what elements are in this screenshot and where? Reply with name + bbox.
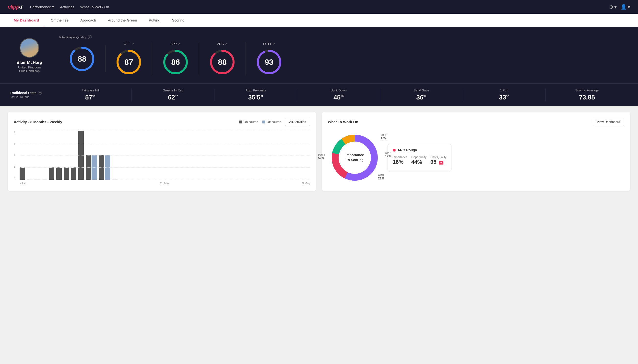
nav-activities[interactable]: Activities: [60, 5, 74, 9]
work-on-card: What To Work On View Dashboard: [322, 112, 630, 191]
bar-group-12: [112, 179, 118, 180]
plus-icon: ⊕: [609, 4, 613, 10]
donut-area: Importance To Scoring OTT 10% APP 12% AR…: [328, 131, 382, 184]
score-ott: OTT ↗ 87: [106, 42, 152, 76]
logo[interactable]: clippd: [8, 4, 22, 10]
nav-links: Performance ▾ Activities What To Work On: [30, 5, 601, 9]
legend-on-course: On course: [239, 120, 258, 124]
ott-segment-label: OTT 10%: [381, 134, 387, 140]
all-activities-button[interactable]: All Activities: [285, 118, 310, 126]
arg-arrow-icon: ↗: [225, 42, 228, 46]
tab-bar: My Dashboard Off the Tee Approach Around…: [0, 14, 638, 28]
stat-1-putt: 1 Putt 33%: [463, 88, 546, 101]
donut-chart-wrapper: Importance To Scoring OTT 10% APP 12% AR…: [328, 131, 382, 184]
hero-section: Blair McHarg United Kingdom Plus Handica…: [0, 28, 638, 83]
score-circles: 88 OTT ↗ 87: [59, 42, 628, 76]
bar-off-course: [105, 155, 110, 180]
info-card-title: ARG Rough: [393, 148, 446, 152]
ott-label: OTT ↗: [124, 42, 134, 46]
tab-scoring[interactable]: Scoring: [166, 14, 190, 28]
bar-group-7: [64, 168, 69, 180]
activity-card: Activity - 3 Months - Weekly On course O…: [8, 112, 316, 191]
bars-container: [20, 131, 310, 180]
tab-my-dashboard[interactable]: My Dashboard: [8, 14, 45, 28]
bar-empty: [27, 179, 32, 180]
metric-shot-quality: Shot Quality 95 ▼: [431, 156, 446, 165]
bar-off-course: [92, 155, 97, 180]
legend-off-course: Off course: [262, 120, 281, 124]
top-nav: clippd Performance ▾ Activities What To …: [0, 0, 638, 14]
nav-performance[interactable]: Performance ▾: [30, 5, 54, 9]
stat-app-proximity: App. Proximity 35'5": [215, 88, 297, 101]
stat-greens-in-reg: Greens In Reg 62%: [132, 88, 215, 101]
tab-off-the-tee[interactable]: Off the Tee: [45, 14, 74, 28]
stats-label-group: Traditional Stats ? Last 20 rounds: [10, 91, 49, 99]
putt-label: PUTT ↗: [263, 42, 275, 46]
bottom-section: Activity - 3 Months - Weekly On course O…: [0, 106, 638, 197]
x-axis-labels: 7 Feb 28 Mar 9 May: [20, 180, 310, 185]
x-label-1: 7 Feb: [20, 182, 27, 185]
bar-group-6: [56, 168, 62, 180]
stats-title: Traditional Stats ?: [10, 91, 49, 95]
x-label-3: 9 May: [302, 182, 310, 185]
bar-on-course: [86, 155, 91, 180]
activity-chart-title: Activity - 3 Months - Weekly: [14, 120, 62, 124]
avatar: [20, 38, 39, 58]
tab-around-the-green[interactable]: Around the Green: [102, 14, 143, 28]
arg-label: ARG ↗: [217, 42, 228, 46]
nav-right: ⊕ ▾ 👤 ▾: [609, 4, 630, 10]
tab-approach[interactable]: Approach: [74, 14, 102, 28]
y-axis-labels: 4 3 2 1 0: [14, 131, 15, 180]
ott-arrow-icon: ↗: [131, 42, 134, 46]
ott-score-value: 87: [124, 58, 133, 67]
player-country: United Kingdom: [18, 66, 41, 69]
bar-on-course: [20, 168, 25, 180]
score-total: 88: [59, 46, 106, 72]
nav-what-to-work-on[interactable]: What To Work On: [80, 5, 109, 9]
user-menu[interactable]: 👤 ▾: [621, 4, 630, 10]
score-putt: PUTT ↗ 93: [246, 42, 292, 76]
score-app: APP ↗ 86: [152, 42, 199, 76]
bar-on-course: [99, 155, 104, 180]
stats-info-icon[interactable]: ?: [38, 91, 42, 95]
bar-chart-wrapper: 4 3 2 1 0: [14, 131, 310, 185]
info-icon[interactable]: ?: [88, 35, 92, 39]
tab-putting[interactable]: Putting: [143, 14, 166, 28]
metric-opportunity: Opportunity 44%: [411, 156, 427, 165]
circle-total: 88: [69, 46, 95, 72]
bar-chart: 7 Feb 28 Mar 9 May: [20, 131, 310, 185]
off-course-legend-dot: [262, 120, 265, 124]
circle-arg: 88: [209, 49, 236, 76]
work-on-inner: Importance To Scoring OTT 10% APP 12% AR…: [328, 131, 624, 184]
stat-scoring-average: Scoring Average 73.85: [546, 88, 628, 101]
info-metrics: Importance 16% Opportunity 44% Shot Qual…: [393, 156, 446, 165]
info-dot: [393, 149, 396, 152]
score-arg: ARG ↗ 88: [199, 42, 246, 76]
scores-section: Total Player Quality ? 88: [59, 35, 628, 76]
add-button[interactable]: ⊕ ▾: [609, 4, 617, 10]
bar-empty: [112, 179, 118, 180]
app-arrow-icon: ↗: [178, 42, 181, 46]
work-on-title: What To Work On: [328, 120, 358, 124]
stats-bar: Traditional Stats ? Last 20 rounds Fairw…: [0, 83, 638, 106]
add-chevron-icon: ▾: [614, 4, 617, 10]
bar-group-1: [20, 168, 25, 180]
user-icon: 👤: [621, 4, 627, 10]
bar-group-10: [86, 155, 97, 180]
flag-icon: ▼: [439, 161, 443, 164]
bar-on-course: [71, 168, 76, 180]
activity-card-header: Activity - 3 Months - Weekly On course O…: [14, 118, 310, 126]
total-score-value: 88: [78, 54, 86, 63]
bar-group-4: [42, 179, 47, 180]
circle-app: 86: [162, 49, 189, 76]
player-info: Blair McHarg United Kingdom Plus Handica…: [10, 38, 49, 73]
circle-ott: 87: [115, 49, 142, 76]
bar-group-2: [27, 179, 32, 180]
app-label: APP ↗: [170, 42, 180, 46]
stat-fairways-hit: Fairways Hit 57%: [49, 88, 132, 101]
tpq-label: Total Player Quality ?: [59, 35, 628, 39]
bar-empty: [42, 179, 47, 180]
chevron-down-icon: ▾: [52, 5, 54, 9]
bar-on-course: [49, 168, 54, 180]
view-dashboard-button[interactable]: View Dashboard: [593, 118, 624, 126]
